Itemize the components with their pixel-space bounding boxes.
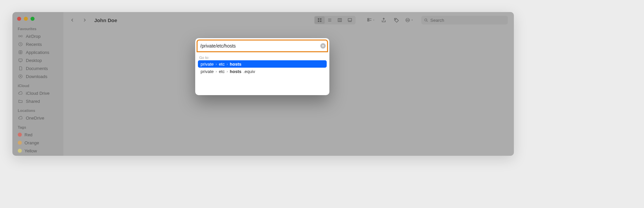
search-field[interactable]	[421, 16, 508, 24]
sidebar-item-label: Downloads	[26, 74, 47, 79]
sidebar-item-desktop[interactable]: Desktop	[18, 56, 63, 64]
sidebar-item-label: AirDrop	[26, 34, 41, 39]
desktop-icon	[18, 58, 23, 63]
go-to-path-input[interactable]	[199, 43, 320, 49]
toolbar: John Doe	[63, 12, 514, 28]
search-icon	[424, 18, 428, 22]
sidebar-tag-orange[interactable]: Orange	[18, 139, 63, 147]
svg-point-0	[20, 36, 21, 37]
cloud-icon	[18, 115, 23, 121]
go-to-suggestion[interactable]: private› etc› hosts.equiv	[198, 68, 327, 75]
back-button[interactable]	[69, 17, 75, 23]
view-mode-group	[314, 16, 356, 24]
applications-icon	[18, 50, 23, 55]
tag-dot-icon	[18, 133, 22, 137]
sidebar-item-shared[interactable]: Shared	[18, 97, 63, 105]
go-to-suggestion-list: private› etc› hosts private› etc› hosts.…	[195, 60, 329, 78]
view-columns-button[interactable]	[335, 16, 345, 24]
chevron-right-icon: ›	[216, 62, 217, 66]
svg-rect-7	[318, 20, 319, 22]
go-to-input-highlight	[197, 40, 328, 52]
sidebar-item-airdrop[interactable]: AirDrop	[18, 32, 63, 40]
suggestion-segment: private	[201, 62, 214, 67]
maximize-window-button[interactable]	[31, 17, 35, 21]
view-list-button[interactable]	[325, 16, 335, 24]
svg-point-17	[408, 20, 409, 20]
tag-dot-icon	[18, 141, 22, 145]
action-menu-button[interactable]	[405, 16, 413, 24]
window-controls	[17, 17, 63, 21]
sidebar-item-label: iCloud Drive	[26, 91, 50, 96]
clear-input-button[interactable]	[320, 43, 326, 49]
forward-button[interactable]	[82, 17, 88, 23]
sidebar-section-icloud: iCloud	[18, 84, 63, 88]
svg-rect-6	[320, 18, 321, 20]
sidebar-section-locations: Locations	[18, 109, 63, 113]
sidebar-item-documents[interactable]: Documents	[18, 64, 63, 72]
share-button[interactable]	[380, 16, 388, 24]
svg-rect-10	[348, 18, 352, 21]
folder-icon	[18, 98, 23, 104]
suggestion-match: hosts	[230, 62, 241, 67]
sidebar-item-label: OneDrive	[26, 116, 44, 121]
tags-button[interactable]	[392, 16, 400, 24]
go-to-label: Go to:	[195, 54, 329, 60]
sidebar-item-label: Recents	[26, 42, 42, 47]
svg-point-13	[395, 19, 396, 20]
suggestion-match: hosts	[230, 69, 241, 74]
svg-rect-9	[338, 18, 342, 21]
chevron-right-icon: ›	[216, 70, 217, 73]
svg-rect-11	[368, 18, 369, 19]
search-input[interactable]	[430, 18, 505, 23]
sidebar-tag-red[interactable]: Red	[18, 131, 63, 139]
close-window-button[interactable]	[17, 17, 21, 21]
svg-point-18	[425, 19, 427, 21]
download-icon	[18, 74, 23, 79]
sidebar-tag-yellow[interactable]: Yellow	[18, 147, 63, 155]
suggestion-segment: private	[201, 69, 214, 74]
airdrop-icon	[18, 33, 23, 39]
view-icons-button[interactable]	[315, 16, 325, 24]
suggestion-segment: etc	[219, 62, 224, 67]
sidebar-item-label: Yellow	[24, 148, 37, 153]
tag-dot-icon	[18, 149, 22, 153]
sidebar-section-favourites: Favourites	[18, 27, 63, 31]
clock-icon	[18, 42, 23, 47]
minimize-window-button[interactable]	[24, 17, 28, 21]
svg-rect-5	[318, 18, 319, 20]
group-by-button[interactable]	[367, 16, 375, 24]
sidebar: Favourites AirDrop Recents Applications …	[12, 12, 63, 156]
sidebar-item-label: Applications	[26, 50, 49, 55]
sidebar-item-label: Shared	[26, 99, 40, 104]
sidebar-item-label: Documents	[26, 66, 48, 71]
sidebar-item-onedrive[interactable]: OneDrive	[18, 114, 63, 122]
sidebar-item-recents[interactable]: Recents	[18, 40, 63, 48]
sidebar-item-icloud-drive[interactable]: iCloud Drive	[18, 89, 63, 97]
cloud-icon	[18, 90, 23, 96]
sidebar-item-label: Red	[24, 132, 33, 137]
svg-rect-8	[320, 20, 321, 22]
window-title: John Doe	[94, 17, 117, 23]
document-icon	[18, 66, 23, 71]
sidebar-item-downloads[interactable]: Downloads	[18, 72, 63, 80]
sidebar-item-applications[interactable]: Applications	[18, 48, 63, 56]
go-to-folder-dialog: Go to: private› etc› hosts private› etc›…	[195, 38, 329, 95]
view-gallery-button[interactable]	[345, 16, 355, 24]
chevron-right-icon: ›	[227, 62, 228, 66]
svg-rect-12	[368, 20, 369, 21]
sidebar-item-label: Desktop	[26, 58, 42, 63]
svg-point-15	[407, 20, 407, 20]
chevron-right-icon: ›	[227, 70, 228, 73]
sidebar-item-label: Orange	[24, 140, 39, 145]
sidebar-section-tags: Tags	[18, 125, 63, 129]
suggestion-segment: etc	[219, 69, 224, 74]
go-to-suggestion[interactable]: private› etc› hosts	[198, 60, 327, 68]
suggestion-rest: .equiv	[244, 69, 255, 74]
svg-rect-3	[19, 59, 22, 61]
svg-point-16	[408, 20, 408, 20]
